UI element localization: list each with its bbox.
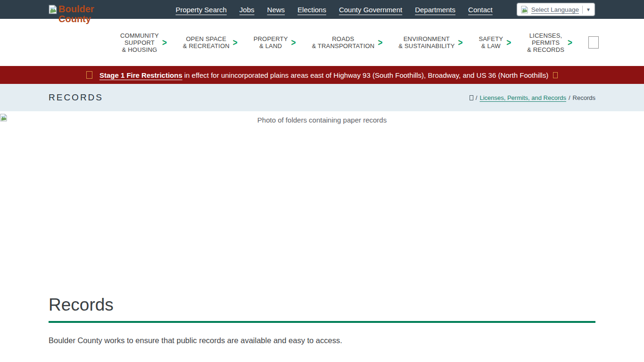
nav-item-roads-transportation[interactable]: ROADS & TRANSPORTATION >	[312, 35, 382, 49]
heading-rule	[49, 321, 595, 323]
main-navigation: COMMUNITY SUPPORT & HOUSING > OPEN SPACE…	[0, 19, 644, 66]
nav-item-safety-law[interactable]: SAFETY & LAW >	[479, 35, 511, 49]
nav-item-licenses-permits-records[interactable]: LICENSES, PERMITS & RECORDS >	[527, 32, 572, 53]
page-title: RECORDS	[49, 92, 103, 103]
nav-item-label: COMMUNITY SUPPORT & HOUSING	[120, 32, 159, 53]
utility-link-news[interactable]: News	[267, 6, 285, 14]
utility-link-property-search[interactable]: Property Search	[175, 6, 226, 14]
nav-item-label: LICENSES, PERMITS & RECORDS	[527, 32, 564, 53]
hero-image-broken: Photo of folders containing paper record…	[0, 111, 644, 288]
breadcrumb-separator: /	[569, 94, 570, 101]
page: Boulder County Property Search Jobs News…	[0, 0, 644, 362]
divider	[582, 6, 583, 14]
utility-link-contact[interactable]: Contact	[468, 6, 493, 14]
breadcrumb-current: Records	[573, 94, 595, 101]
home-icon[interactable]	[470, 95, 473, 100]
chevron-right-icon: >	[291, 38, 296, 47]
nav-item-community-support-housing[interactable]: COMMUNITY SUPPORT & HOUSING >	[120, 32, 167, 53]
chevron-right-icon: >	[568, 38, 572, 47]
utility-link-jobs[interactable]: Jobs	[239, 6, 255, 14]
utility-link-elections[interactable]: Elections	[297, 6, 326, 14]
nav-item-label: OPEN SPACE & RECREATION	[183, 35, 230, 49]
fire-icon-placeholder	[553, 72, 558, 78]
top-utility-bar: Boulder County Property Search Jobs News…	[0, 0, 644, 19]
nav-item-label: ROADS & TRANSPORTATION	[312, 35, 374, 49]
nav-item-label: PROPERTY & LAND	[254, 35, 288, 49]
breadcrumb-link-licenses-permits-records[interactable]: Licenses, Permits, and Records	[479, 94, 566, 101]
chevron-down-icon: ▼	[586, 7, 591, 12]
utility-link-departments[interactable]: Departments	[415, 6, 455, 14]
broken-image-icon	[49, 5, 57, 16]
utility-nav: Property Search Jobs News Elections Coun…	[175, 3, 644, 16]
alert-message: in effect for unincorporated plains area…	[184, 71, 548, 79]
logo-alt-text: Boulder County	[58, 4, 94, 24]
fire-restrictions-alert-banner: Stage 1 Fire Restrictions in effect for …	[0, 66, 644, 84]
breadcrumb: / Licenses, Permits, and Records / Recor…	[470, 94, 595, 101]
site-logo-link[interactable]: Boulder County	[49, 4, 104, 24]
hero-image-alt-text: Photo of folders containing paper record…	[0, 116, 644, 124]
alert-title-link[interactable]: Stage 1 Fire Restrictions	[99, 71, 182, 79]
content-intro-paragraph: Boulder County works to ensure that publ…	[49, 336, 595, 345]
search-icon[interactable]	[588, 36, 599, 49]
breadcrumb-separator: /	[476, 94, 478, 101]
chevron-right-icon: >	[458, 38, 463, 47]
chevron-right-icon: >	[506, 38, 511, 47]
page-title-bar: RECORDS / Licenses, Permits, and Records…	[0, 84, 644, 111]
nav-item-open-space-recreation[interactable]: OPEN SPACE & RECREATION >	[183, 35, 238, 49]
chevron-right-icon: >	[233, 38, 238, 47]
chevron-right-icon: >	[162, 38, 167, 47]
select-language-label: Select Language	[531, 6, 579, 13]
nav-item-label: ENVIRONMENT & SUSTAINABILITY	[398, 35, 454, 49]
select-language-dropdown[interactable]: Select Language ▼	[517, 3, 595, 16]
nav-item-environment-sustainability[interactable]: ENVIRONMENT & SUSTAINABILITY >	[398, 35, 462, 49]
utility-link-county-government[interactable]: County Government	[339, 6, 402, 14]
broken-image-icon	[521, 6, 528, 14]
content-heading: Records	[49, 295, 595, 315]
fire-icon-placeholder	[86, 71, 92, 79]
nav-item-property-land[interactable]: PROPERTY & LAND >	[254, 35, 296, 49]
nav-item-label: SAFETY & LAW	[479, 35, 503, 49]
chevron-right-icon: >	[378, 38, 382, 47]
